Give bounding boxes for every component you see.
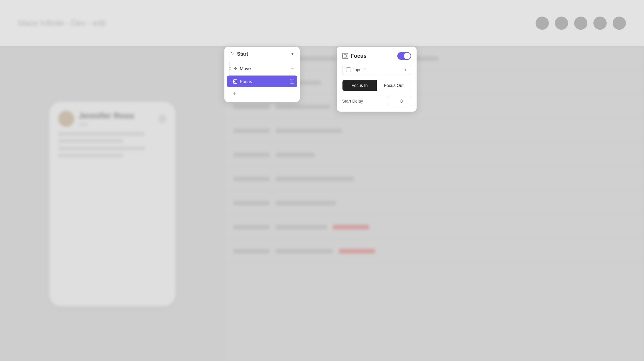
timeline-row-7 [224,191,644,215]
timeline-row-9 [224,239,644,263]
step-focus[interactable]: Focus □ [227,76,297,87]
top-bar-icons [536,17,626,30]
top-icon-2[interactable] [555,17,568,30]
steps-panel-header: 🏳 Start ▼ [224,47,300,62]
focus-toggle[interactable] [397,52,411,60]
phone-lines [58,132,167,158]
timeline-row-5 [224,143,644,167]
left-panel: Jennifer Ross User [0,47,224,361]
step-move[interactable]: ✥ Move ⋯ [224,62,300,75]
focus-panel: Focus Input 1 ▼ Focus In Focus Out Start… [337,47,417,112]
focus-panel-header: Focus [342,52,411,60]
phone-header: Jennifer Ross User [58,111,167,127]
focus-tabs: Focus In Focus Out [342,80,411,91]
input-dropdown-icon [346,67,351,72]
steps-header-title: Start [237,51,248,57]
input-dropdown[interactable]: Input 1 ▼ [342,65,411,75]
chevron-down-icon: ▼ [404,68,407,72]
step-move-label: Move [240,66,288,71]
collapse-icon[interactable]: ▼ [291,52,294,56]
top-icon-1[interactable] [536,17,549,30]
top-icon-4[interactable] [593,17,607,30]
avatar [58,111,74,127]
phone-name: Jennifer Ross User [79,111,134,127]
step-connector [230,62,230,75]
add-step-button[interactable]: + [224,88,300,102]
timeline-row-8 [224,215,644,239]
start-delay-row: Start Delay [342,96,411,106]
focus-in-tab[interactable]: Focus In [342,80,377,91]
focus-panel-title: Focus [351,53,395,59]
move-icon: ✥ [234,66,237,71]
timeline-row-4 [224,119,644,143]
focus-out-tab[interactable]: Focus Out [377,80,411,91]
move-action-icon: ⋯ [291,66,294,71]
start-delay-input[interactable] [387,96,411,106]
app-title: Maze Infinite - Dev - edit [18,18,105,28]
focus-panel-icon [342,53,348,59]
step-focus-label: Focus [240,79,288,84]
focus-icon [233,79,237,84]
start-delay-label: Start Delay [342,99,363,103]
top-bar: Maze Infinite - Dev - edit [0,0,644,47]
timeline-row-6 [224,167,644,191]
focus-action-icon: □ [290,79,294,84]
top-icon-5[interactable] [613,17,626,30]
step-focus-wrapper: Focus □ [224,76,300,87]
steps-panel: 🏳 Start ▼ ✥ Move ⋯ Focus □ + [224,47,300,102]
phone-mockup: Jennifer Ross User [49,102,176,306]
add-icon: + [233,91,236,97]
input-dropdown-label: Input 1 [353,67,401,72]
top-icon-3[interactable] [574,17,587,30]
flag-icon: 🏳 [230,51,235,57]
